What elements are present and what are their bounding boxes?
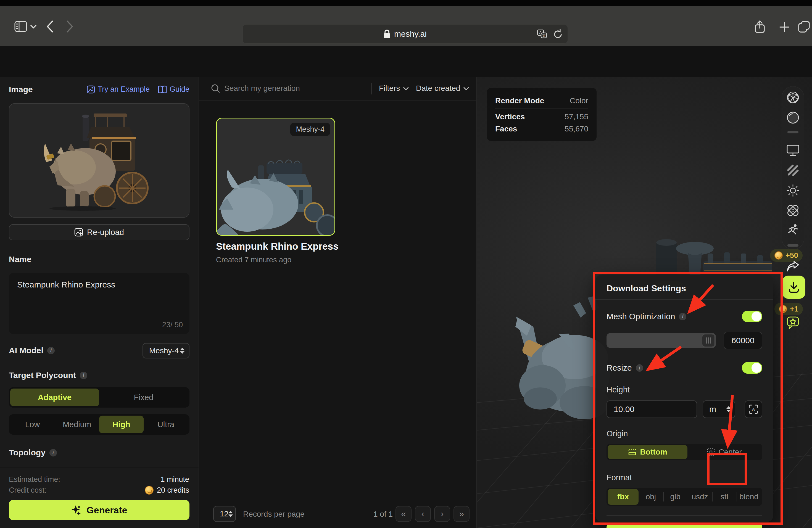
repair-patch-icon[interactable] bbox=[786, 203, 800, 218]
origin-center-option[interactable]: Center bbox=[687, 445, 761, 459]
mesh-optimization-label: Mesh Optimizationi bbox=[607, 312, 686, 321]
prev-page-button[interactable]: ‹ bbox=[415, 506, 431, 522]
polycount-slider[interactable] bbox=[607, 333, 716, 348]
toolbar-divider bbox=[787, 131, 798, 133]
slider-thumb[interactable] bbox=[702, 334, 715, 347]
select-stepper-icon bbox=[228, 511, 233, 517]
search-input[interactable]: Search my generation bbox=[224, 84, 300, 93]
fixed-option[interactable]: Fixed bbox=[99, 388, 188, 406]
coin-icon bbox=[779, 305, 787, 313]
share-page-icon[interactable] bbox=[755, 20, 765, 33]
address-bar[interactable]: meshy.ai A 文 bbox=[243, 24, 568, 44]
level-low[interactable]: Low bbox=[10, 415, 55, 433]
back-button[interactable] bbox=[46, 20, 54, 33]
chevron-down-icon bbox=[403, 85, 409, 90]
translate-icon[interactable]: A 文 bbox=[537, 30, 547, 39]
resize-label: Resizei bbox=[607, 363, 643, 372]
level-ultra[interactable]: Ultra bbox=[144, 415, 188, 433]
forward-button[interactable] bbox=[66, 20, 73, 33]
info-icon[interactable]: i bbox=[679, 313, 686, 320]
sidebar-toggle-icon[interactable] bbox=[14, 21, 27, 32]
filters-dropdown[interactable]: Filters bbox=[379, 84, 407, 93]
generation-card[interactable]: Meshy-4 bbox=[216, 118, 335, 236]
info-icon[interactable]: i bbox=[47, 347, 55, 354]
coin-icon bbox=[774, 251, 783, 260]
chevron-down-icon[interactable] bbox=[30, 25, 37, 29]
tabs-overview-icon[interactable] bbox=[798, 21, 810, 33]
first-page-button[interactable]: « bbox=[395, 506, 411, 522]
ai-model-label: AI Modeli bbox=[9, 346, 55, 355]
estimated-time-value: 1 minute bbox=[160, 475, 189, 484]
guide-link[interactable]: Guide bbox=[158, 85, 189, 93]
modal-divider bbox=[607, 515, 762, 516]
format-stl[interactable]: stl bbox=[712, 489, 737, 505]
download-model-button[interactable] bbox=[782, 276, 806, 299]
generate-label: Generate bbox=[86, 505, 127, 516]
svg-text:A: A bbox=[752, 407, 755, 411]
mesh-optimization-toggle[interactable] bbox=[742, 311, 762, 322]
new-tab-icon[interactable] bbox=[779, 22, 789, 32]
ai-model-value: Meshy-4 bbox=[149, 346, 179, 355]
credit-cost-value: 20 credits bbox=[157, 486, 189, 495]
reupload-button[interactable]: Re-upload bbox=[9, 224, 189, 240]
polycount-value-input[interactable]: 60000 bbox=[724, 332, 762, 349]
texture-hatch-icon[interactable] bbox=[786, 163, 800, 178]
ai-model-select[interactable]: Meshy-4 bbox=[143, 343, 189, 358]
info-icon[interactable]: i bbox=[49, 449, 57, 456]
last-page-button[interactable]: » bbox=[453, 506, 469, 522]
adaptive-option[interactable]: Adaptive bbox=[10, 388, 99, 406]
card-model-badge: Meshy-4 bbox=[290, 123, 330, 136]
sparkles-icon bbox=[71, 504, 82, 516]
format-toggle: fbx obj glb usdz stl blend bbox=[607, 488, 762, 506]
reload-icon[interactable] bbox=[553, 29, 563, 39]
records-per-page-value: 12 bbox=[220, 510, 228, 518]
polycount-level-toggle: Low Medium High Ultra bbox=[9, 414, 189, 435]
uploaded-image-preview[interactable] bbox=[9, 103, 189, 218]
origin-bottom-option[interactable]: Bottom bbox=[608, 445, 687, 459]
next-page-button[interactable]: › bbox=[434, 506, 450, 522]
render-mode-value[interactable]: Color bbox=[570, 97, 588, 105]
format-usdz[interactable]: usdz bbox=[688, 489, 712, 505]
resize-toggle[interactable] bbox=[742, 362, 762, 373]
info-icon[interactable]: i bbox=[80, 372, 87, 379]
estimated-time-label: Estimated time: bbox=[9, 475, 60, 484]
search-row: Search my generation Filters Date create… bbox=[199, 77, 477, 101]
feedback-star-icon[interactable] bbox=[786, 316, 800, 330]
faces-label: Faces bbox=[495, 124, 517, 133]
book-icon bbox=[158, 86, 167, 93]
name-input[interactable]: Steampunk Rhino Express 23/ 50 bbox=[9, 273, 189, 334]
material-sphere-icon[interactable] bbox=[786, 111, 800, 125]
wireframe-sphere-icon[interactable] bbox=[786, 90, 800, 105]
format-obj[interactable]: obj bbox=[639, 489, 663, 505]
topology-label: Topologyi bbox=[9, 448, 57, 457]
svg-text:文: 文 bbox=[542, 33, 546, 38]
format-fbx[interactable]: fbx bbox=[608, 489, 639, 505]
records-per-page-label: Records per page bbox=[243, 510, 305, 518]
coin-icon bbox=[145, 486, 154, 495]
level-high[interactable]: High bbox=[99, 415, 144, 433]
lock-icon bbox=[383, 30, 390, 39]
date-created-dropdown[interactable]: Date created bbox=[416, 84, 467, 93]
url-text: meshy.ai bbox=[394, 29, 427, 39]
origin-label: Origin bbox=[607, 429, 762, 438]
animation-runner-icon[interactable] bbox=[786, 223, 800, 237]
light-sun-icon[interactable] bbox=[786, 184, 800, 198]
download-button[interactable]: Download bbox=[607, 523, 762, 528]
unit-select[interactable]: m bbox=[702, 400, 735, 418]
info-icon[interactable]: i bbox=[636, 364, 643, 372]
height-input[interactable]: 10.00 bbox=[607, 400, 697, 418]
unit-value: m bbox=[709, 405, 716, 414]
search-placeholder: Search my generation bbox=[224, 84, 300, 92]
records-per-page-select[interactable]: 12 bbox=[213, 506, 236, 522]
monitor-icon[interactable] bbox=[786, 143, 800, 157]
auto-measure-button[interactable]: A bbox=[744, 400, 762, 418]
level-medium[interactable]: Medium bbox=[55, 415, 99, 433]
vertices-value: 57,155 bbox=[565, 113, 588, 121]
generate-button[interactable]: Generate bbox=[9, 500, 189, 520]
format-glb[interactable]: glb bbox=[663, 489, 688, 505]
format-blend[interactable]: blend bbox=[737, 489, 761, 505]
try-example-link[interactable]: Try an Example bbox=[87, 85, 150, 93]
card-title[interactable]: Steampunk Rhino Express bbox=[216, 241, 338, 252]
card-subtitle: Created 7 minutes ago bbox=[216, 256, 291, 264]
share-model-icon[interactable] bbox=[786, 259, 800, 274]
